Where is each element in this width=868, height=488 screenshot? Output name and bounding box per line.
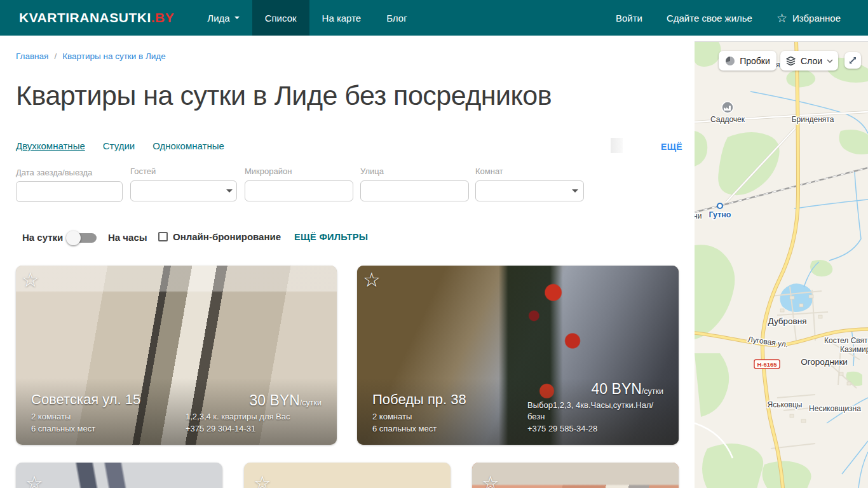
- street-label: Улица: [360, 166, 384, 176]
- date-input[interactable]: [16, 181, 123, 202]
- tab-studios[interactable]: Студии: [103, 140, 135, 151]
- listing-card[interactable]: ☆: [244, 463, 451, 488]
- nav-list-label: Список: [265, 13, 297, 24]
- chevron-down-icon: [827, 59, 833, 63]
- map-panel[interactable]: Н-6165 Саддочек Бринденята Гутно ни ля Д…: [695, 41, 868, 488]
- label-yaskovtsy: Яськовцы: [768, 400, 803, 409]
- nav-item-blog[interactable]: Блог: [374, 0, 419, 36]
- favorite-star-icon[interactable]: ☆: [25, 471, 43, 488]
- guests-label: Гостей: [130, 166, 156, 176]
- listing-photo: [16, 463, 222, 488]
- label-ogorodniki: Огородники: [801, 357, 848, 367]
- guests-select[interactable]: [130, 180, 237, 201]
- page-title: Квартиры на сутки в Лиде без посредников: [16, 80, 651, 111]
- nav-blog-label: Блог: [386, 13, 407, 24]
- listing-photo: [472, 463, 679, 488]
- listing-rooms: 2 комнаты: [372, 411, 466, 423]
- breadcrumb-separator: /: [54, 51, 57, 61]
- listing-caption: Победы пр. 38 2 комнаты 6 спальных мест …: [372, 381, 663, 435]
- fullscreen-button[interactable]: [844, 52, 861, 69]
- login-label: Войти: [616, 13, 642, 24]
- rooms-select[interactable]: [475, 180, 584, 201]
- listing-photo: [244, 463, 451, 488]
- listing-card[interactable]: ☆ Победы пр. 38 2 комнаты 6 спальных мес…: [357, 266, 679, 445]
- hourly-label: На часы: [108, 232, 147, 243]
- favorites-button[interactable]: ☆ Избранное: [764, 0, 853, 36]
- page: KVARTIRANASUTKI.BY Лида Список На карте …: [0, 0, 868, 488]
- label-saddochek: Саддочек: [710, 115, 745, 124]
- map-canvas: Н-6165 Саддочек Бринденята Гутно ни ля Д…: [695, 42, 868, 488]
- listing-agency: Выбор1,2,3, 4кв.Часы,сутки.Нал/безн: [527, 400, 663, 423]
- nav-item-on-map[interactable]: На карте: [309, 0, 374, 36]
- district-label: Микрорайон: [245, 166, 292, 176]
- chevron-down-icon: [234, 17, 240, 19]
- tab-two-room[interactable]: Двухкомнатные: [16, 140, 85, 151]
- breadcrumb-home[interactable]: Главная: [16, 51, 48, 61]
- nav-map-label: На карте: [322, 13, 362, 24]
- more-categories-link[interactable]: ЕЩЁ: [661, 142, 682, 152]
- traffic-icon: [725, 56, 735, 66]
- listing-caption: Советская ул. 15 2 комнаты 6 спальных ме…: [31, 391, 322, 435]
- listing-title: Победы пр. 38: [372, 391, 466, 408]
- layers-button[interactable]: Слои: [780, 51, 838, 71]
- listing-right: 40 BYN/сутки Выбор1,2,3, 4кв.Часы,сутки.…: [527, 381, 663, 435]
- road-number-badge: Н-6165: [754, 360, 780, 369]
- district-input[interactable]: [245, 180, 353, 201]
- more-filters-link[interactable]: ЕЩЁ ФИЛЬТРЫ: [294, 232, 368, 242]
- online-booking-checkbox[interactable]: [158, 232, 168, 241]
- date-label: Дата заезда/выезда: [16, 168, 92, 177]
- rooms-label: Комнат: [475, 166, 503, 176]
- favorite-star-icon[interactable]: ☆: [482, 471, 499, 488]
- main-nav: Лида Список На карте Блог: [194, 0, 419, 36]
- listing-beds: 6 спальных мест: [372, 423, 466, 435]
- tabs-fade-overlay: [611, 138, 623, 153]
- listing-right: 30 BYN/сутки 1,2,3,4 к. квартиры для Вас…: [186, 392, 322, 435]
- nav-item-city[interactable]: Лида: [194, 0, 252, 36]
- listing-price-unit: /сутки: [300, 398, 322, 407]
- tab-one-room[interactable]: Однокомнатные: [153, 140, 224, 151]
- top-navbar: KVARTIRANASUTKI.BY Лида Список На карте …: [0, 0, 868, 36]
- label-fragment-ni: ни: [695, 212, 702, 220]
- site-logo[interactable]: KVARTIRANASUTKI.BY: [0, 0, 183, 36]
- category-tabs: Двухкомнатные Студии Однокомнатные: [16, 140, 224, 151]
- layers-icon: [785, 56, 796, 66]
- logo-suffix: .BY: [151, 10, 175, 25]
- login-button[interactable]: Войти: [604, 0, 654, 36]
- label-kostel-1: Костел Святого: [824, 336, 868, 345]
- traffic-label: Пробки: [740, 56, 770, 66]
- rent-out-label: Сдайте свое жилье: [667, 13, 752, 24]
- daily-hourly-toggle[interactable]: [67, 233, 97, 243]
- favorite-star-icon[interactable]: ☆: [363, 268, 381, 292]
- factory-icon: [722, 102, 733, 113]
- listing-title: Советская ул. 15: [31, 391, 140, 408]
- rent-out-button[interactable]: Сдайте свое жилье: [654, 0, 764, 36]
- street-input[interactable]: [360, 180, 469, 201]
- favorite-star-icon[interactable]: ☆: [22, 268, 39, 292]
- listing-card[interactable]: ☆: [16, 463, 222, 488]
- gutno-marker: [717, 203, 722, 208]
- label-nesikovshchizna: Несиковщизна: [809, 404, 861, 413]
- traffic-button[interactable]: Пробки: [719, 51, 776, 71]
- daily-label: На сутки: [22, 232, 63, 243]
- price-line: 30 BYN/сутки: [186, 392, 322, 409]
- layers-label: Слои: [801, 56, 822, 66]
- breadcrumb-current[interactable]: Квартиры на сутки в Лиде: [62, 51, 166, 61]
- nav-item-list[interactable]: Список: [252, 0, 309, 36]
- star-icon: ☆: [776, 12, 787, 24]
- listing-rooms: 2 комнаты: [31, 411, 140, 423]
- favorite-star-icon[interactable]: ☆: [254, 471, 271, 488]
- listing-price: 30 BYN: [250, 392, 300, 409]
- listing-price: 40 BYN: [592, 381, 642, 397]
- listing-left: Победы пр. 38 2 комнаты 6 спальных мест: [372, 391, 466, 435]
- toggle-knob: [66, 231, 81, 245]
- label-gutno: Гутно: [709, 210, 731, 219]
- label-kostel-2: Казимира: [840, 345, 868, 354]
- nav-city-label: Лида: [207, 13, 229, 24]
- label-dubrovnya: Дубровня: [768, 316, 806, 326]
- listing-left: Советская ул. 15 2 комнаты 6 спальных ме…: [31, 391, 140, 435]
- label-brindenyata: Бринденята: [792, 115, 834, 124]
- listing-card[interactable]: ☆ Советская ул. 15 2 комнаты 6 спальных …: [16, 266, 337, 445]
- expand-icon: [848, 56, 857, 65]
- header-right: Войти Сдайте свое жилье ☆ Избранное: [604, 0, 868, 36]
- listing-card[interactable]: ☆: [472, 463, 679, 488]
